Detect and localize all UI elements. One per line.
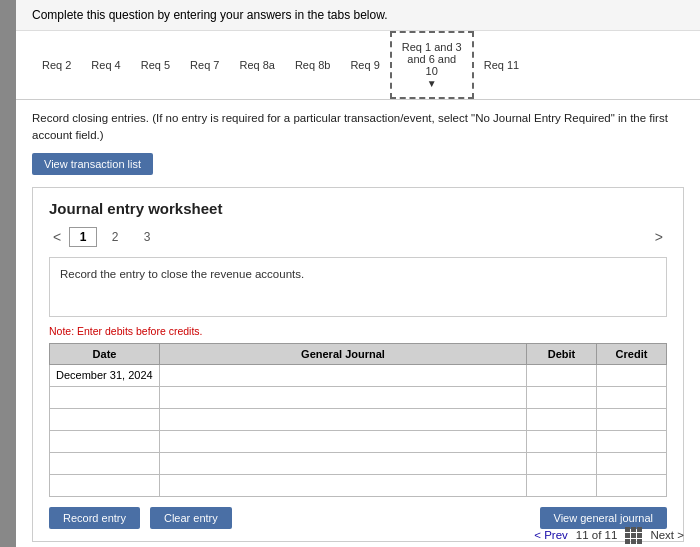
col-journal: General Journal (160, 343, 527, 364)
tab-req1and3-sub2: 10 (402, 65, 462, 77)
table-row (50, 408, 667, 430)
tab-req7[interactable]: Req 7 (180, 31, 229, 99)
journal-cell-1[interactable] (160, 364, 527, 386)
page-2[interactable]: 2 (101, 228, 129, 246)
journal-cell-6[interactable] (160, 474, 527, 496)
table-row (50, 452, 667, 474)
credit-cell-6[interactable] (597, 474, 667, 496)
view-transaction-button[interactable]: View transaction list (32, 153, 153, 175)
debit-cell-4[interactable] (527, 430, 597, 452)
debit-input-1[interactable] (533, 369, 590, 381)
footer-navigation: < Prev 11 of 11 Next > (534, 527, 684, 544)
page-1[interactable]: 1 (69, 227, 97, 247)
worksheet-title: Journal entry worksheet (49, 200, 667, 217)
instruction-text: Complete this question by entering your … (32, 8, 388, 22)
credit-input-4[interactable] (603, 435, 660, 447)
next-label: Next (650, 529, 674, 541)
journal-table: Date General Journal Debit Credit Decemb… (49, 343, 667, 497)
credit-input-3[interactable] (603, 413, 660, 425)
next-page-arrow[interactable]: > (651, 229, 667, 245)
journal-input-2[interactable] (166, 391, 520, 403)
journal-input-1[interactable] (166, 369, 520, 381)
clear-entry-button[interactable]: Clear entry (150, 507, 232, 529)
tab-req2[interactable]: Req 2 (32, 31, 81, 99)
tab-req5[interactable]: Req 5 (131, 31, 180, 99)
journal-input-4[interactable] (166, 435, 520, 447)
tab-req1and3[interactable]: Req 1 and 3 and 6 and 10 ▼ (390, 31, 474, 99)
tab-req11[interactable]: Req 11 (474, 31, 529, 99)
col-date: Date (50, 343, 160, 364)
credit-input-1[interactable] (603, 369, 660, 381)
debit-cell-5[interactable] (527, 452, 597, 474)
record-entry-button[interactable]: Record entry (49, 507, 140, 529)
grid-icon[interactable] (625, 527, 642, 544)
tab-req1and3-sub: and 6 and (402, 53, 462, 65)
date-cell-4 (50, 430, 160, 452)
debit-input-5[interactable] (533, 457, 590, 469)
date-cell-3 (50, 408, 160, 430)
tab-req1and3-label: Req 1 and 3 (402, 41, 462, 53)
credit-cell-2[interactable] (597, 386, 667, 408)
page-navigation: < 1 2 3 > (49, 227, 667, 247)
closing-instructions: Record closing entries. (If no entry is … (32, 110, 684, 145)
journal-cell-5[interactable] (160, 452, 527, 474)
debit-cell-2[interactable] (527, 386, 597, 408)
prev-link[interactable]: < Prev (534, 529, 568, 541)
tab-req4[interactable]: Req 4 (81, 31, 130, 99)
next-arrow-icon: > (677, 529, 684, 541)
date-cell-5 (50, 452, 160, 474)
journal-cell-3[interactable] (160, 408, 527, 430)
credit-cell-3[interactable] (597, 408, 667, 430)
tab-req8b[interactable]: Req 8b (285, 31, 340, 99)
prev-arrow-icon: < (534, 529, 541, 541)
journal-cell-4[interactable] (160, 430, 527, 452)
table-row (50, 474, 667, 496)
debit-cell-6[interactable] (527, 474, 597, 496)
prev-page-arrow[interactable]: < (49, 229, 65, 245)
date-cell-1: December 31, 2024 (50, 364, 160, 386)
journal-worksheet: Journal entry worksheet < 1 2 3 > Record… (32, 187, 684, 542)
table-row (50, 386, 667, 408)
journal-input-5[interactable] (166, 457, 520, 469)
debit-input-6[interactable] (533, 479, 590, 491)
tab-req9[interactable]: Req 9 (340, 31, 389, 99)
credit-input-5[interactable] (603, 457, 660, 469)
bottom-buttons: Record entry Clear entry View general jo… (49, 507, 667, 529)
tabs-container: Req 2 Req 4 Req 5 Req 7 Req 8a Req 8b Re… (16, 31, 700, 100)
debit-input-3[interactable] (533, 413, 590, 425)
journal-input-3[interactable] (166, 413, 520, 425)
credit-cell-4[interactable] (597, 430, 667, 452)
credit-cell-5[interactable] (597, 452, 667, 474)
note-text: Note: Enter debits before credits. (49, 325, 667, 337)
col-credit: Credit (597, 343, 667, 364)
date-cell-2 (50, 386, 160, 408)
debit-input-4[interactable] (533, 435, 590, 447)
table-row (50, 430, 667, 452)
prev-label: Prev (544, 529, 568, 541)
tab-req8a[interactable]: Req 8a (229, 31, 284, 99)
debit-cell-3[interactable] (527, 408, 597, 430)
debit-input-2[interactable] (533, 391, 590, 403)
page-info: 11 of 11 (576, 529, 618, 541)
credit-cell-1[interactable] (597, 364, 667, 386)
table-row: December 31, 2024 (50, 364, 667, 386)
date-cell-6 (50, 474, 160, 496)
debit-cell-1[interactable] (527, 364, 597, 386)
journal-input-6[interactable] (166, 479, 520, 491)
next-link[interactable]: Next > (650, 529, 684, 541)
view-general-journal-button[interactable]: View general journal (540, 507, 667, 529)
credit-input-6[interactable] (603, 479, 660, 491)
col-debit: Debit (527, 343, 597, 364)
credit-input-2[interactable] (603, 391, 660, 403)
journal-cell-2[interactable] (160, 386, 527, 408)
page-3[interactable]: 3 (133, 228, 161, 246)
entry-description: Record the entry to close the revenue ac… (49, 257, 667, 317)
